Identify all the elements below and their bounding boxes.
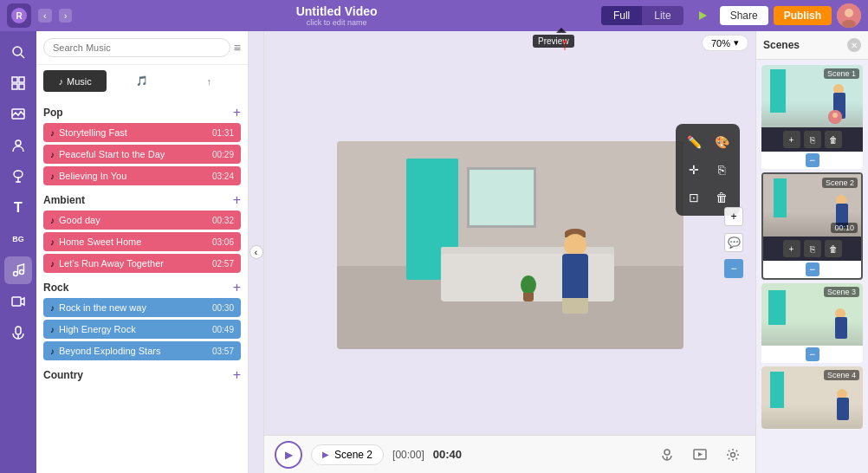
sidebar-icons: T BG [0, 31, 36, 473]
scene-1-delete-button[interactable]: 🗑 [825, 131, 842, 148]
scene-canvas[interactable] [337, 141, 683, 349]
scene-character [554, 215, 597, 301]
svg-point-13 [16, 140, 21, 146]
sidebar-video-btn[interactable] [4, 288, 32, 315]
track-good-day[interactable]: ♪Good day 00:32 [43, 211, 241, 230]
canvas-comment-button[interactable]: 💬 [724, 233, 743, 252]
scene-3-minus-button[interactable]: − [806, 347, 819, 361]
track-home-sweet-home[interactable]: ♪Home Sweet Home 03:06 [43, 232, 241, 251]
canvas-delete-scene-button[interactable]: − [724, 259, 743, 278]
scene-1-label: Scene 1 [824, 68, 859, 79]
music-tab-sfx[interactable]: 🎵 [110, 70, 173, 92]
genre-pop-add-button[interactable]: + [233, 106, 241, 120]
track-storytelling-fast[interactable]: ♪Storytelling Fast 01:31 [43, 123, 241, 142]
preview-play-button[interactable] [690, 3, 715, 28]
track-duration: 01:31 [212, 128, 234, 138]
track-beyond-exploding-stars[interactable]: ♪Beyond Exploding Stars 03:57 [43, 341, 241, 360]
genre-rock-add-button[interactable]: + [233, 281, 241, 295]
music-search-input[interactable] [43, 38, 230, 57]
music-panel: ≡ ♪ Music 🎵 ↑ Pop + ♪Storytelling Fast 0… [36, 31, 249, 473]
mode-lite-button[interactable]: Lite [642, 6, 683, 25]
svg-rect-19 [12, 297, 21, 306]
scene-3-thumbnail[interactable]: Scene 3 [761, 283, 863, 346]
track-duration: 00:29 [212, 150, 234, 159]
sidebar-voiceover-btn[interactable] [4, 319, 32, 347]
user-avatar[interactable] [837, 3, 861, 28]
canvas-side-actions: + 💬 − [724, 207, 743, 278]
svg-line-7 [21, 55, 24, 58]
palette-button[interactable]: 🎨 [710, 131, 733, 153]
music-tab-music[interactable]: ♪ Music [43, 70, 107, 92]
play-button[interactable]: ▶ [275, 441, 302, 469]
project-subtitle[interactable]: click to edit name [79, 18, 594, 27]
svg-text:R: R [16, 11, 23, 21]
scene-1-copy-button[interactable]: ⎘ [804, 131, 821, 148]
scene-3-label: Scene 3 [824, 287, 859, 297]
scene-4-thumbnail[interactable]: Scene 4 [761, 366, 863, 429]
scene-2-label: Scene 2 [822, 178, 858, 188]
sidebar-templates-btn[interactable] [4, 69, 32, 97]
scene-label-pill: ▶ Scene 2 [311, 444, 384, 465]
delete-button[interactable]: 🗑 [710, 186, 733, 209]
zoom-control-button[interactable]: 70% ▾ [702, 35, 748, 51]
publish-button[interactable]: Publish [774, 6, 832, 25]
settings-button[interactable] [721, 443, 745, 467]
sidebar-props-btn[interactable] [4, 163, 32, 191]
plant-leaves [521, 275, 536, 295]
sidebar-text-btn[interactable]: T [4, 194, 32, 222]
duplicate-button[interactable]: ⎘ [710, 159, 733, 181]
track-peaceful-start[interactable]: ♪Peaceful Start to the Day 00:29 [43, 145, 241, 164]
music-tab-upload[interactable]: ↑ [178, 70, 241, 92]
music-list: Pop + ♪Storytelling Fast 01:31 ♪Peaceful… [36, 97, 248, 473]
add-media-button[interactable] [688, 443, 712, 467]
scene-2-delete-button[interactable]: 🗑 [825, 240, 842, 257]
track-rock-new-way[interactable]: ♪Rock in the new way 00:30 [43, 298, 241, 317]
scene-2-thumbnail[interactable]: Scene 2 00:10 [763, 174, 861, 236]
scene-2-copy-button[interactable]: ⎘ [804, 240, 821, 257]
nav-forward-button[interactable]: › [59, 9, 73, 23]
track-believing-in-you[interactable]: ♪Believing In You 03:24 [43, 166, 241, 185]
canvas-add-scene-button[interactable]: + [724, 207, 743, 226]
scene-plant [519, 271, 536, 301]
sidebar-scenes-btn[interactable] [4, 100, 32, 128]
music-search-bar: ≡ [36, 31, 248, 65]
share-button[interactable]: Share [720, 6, 768, 25]
character-legs [562, 298, 588, 314]
move-button[interactable]: ✛ [683, 159, 705, 181]
sidebar-search-btn[interactable] [4, 38, 32, 66]
mode-full-button[interactable]: Full [601, 6, 642, 25]
sidebar-music-btn[interactable] [4, 256, 32, 284]
scene-1-add-button[interactable]: + [783, 131, 800, 148]
track-icon: ♪ [50, 128, 55, 138]
scenes-panel-close-button[interactable]: ✕ [847, 38, 861, 52]
track-name: Believing In You [59, 171, 126, 181]
track-lets-run-away[interactable]: ♪Let's Run Away Together 02:57 [43, 254, 241, 273]
svg-point-26 [731, 452, 735, 457]
align-button[interactable]: ⊡ [683, 186, 705, 209]
genre-ambient-add-button[interactable]: + [233, 193, 241, 207]
playback-duration: 00:40 [433, 448, 462, 461]
scenes-panel-header: Scenes ✕ [756, 31, 868, 60]
add-voiceover-button[interactable] [655, 443, 679, 467]
sidebar-characters-btn[interactable] [4, 132, 32, 159]
panel-collapse-button[interactable]: ‹ [249, 245, 263, 259]
track-high-energy-rock[interactable]: ♪High Energy Rock 00:49 [43, 320, 241, 339]
genre-country-add-button[interactable]: + [233, 368, 241, 382]
scene-2-add-button[interactable]: + [783, 240, 800, 257]
nav-back-button[interactable]: ‹ [38, 9, 52, 23]
scene-1-minus-button[interactable]: − [806, 153, 819, 167]
edit-brush-button[interactable]: ✏️ [683, 131, 705, 153]
app-logo[interactable]: R [7, 3, 31, 28]
panel-collapse-area: ‹ [249, 31, 264, 473]
zoom-label: 70% [711, 38, 730, 49]
upload-icon: ↑ [207, 76, 212, 87]
topbar: R ‹ › Untitled Video click to edit name … [0, 0, 868, 31]
scene-1-thumbnail[interactable]: Scene 1 [761, 65, 863, 127]
main-area: T BG ≡ ♪ Music 🎵 ↑ [0, 31, 868, 473]
music-filter-button[interactable]: ≡ [234, 41, 241, 55]
sidebar-background-btn[interactable]: BG [4, 225, 32, 253]
scenes-panel-title: Scenes [763, 39, 800, 51]
svg-point-4 [845, 9, 853, 17]
genre-country: Country + [43, 363, 241, 386]
scene-2-minus-button[interactable]: − [806, 262, 819, 276]
